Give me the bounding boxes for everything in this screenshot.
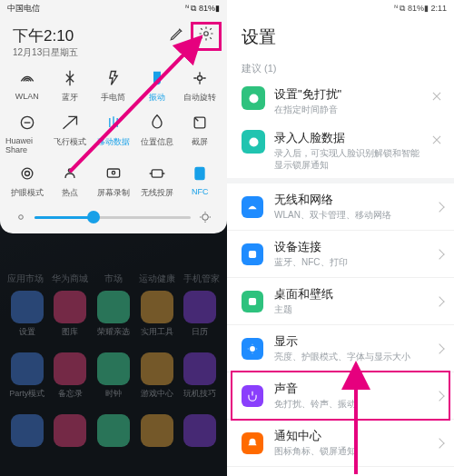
app-icon[interactable] xyxy=(94,414,133,450)
qs-label: 护眼模式 xyxy=(11,187,44,199)
chevron-right-icon xyxy=(434,438,444,448)
row-icon xyxy=(242,385,263,407)
app-icon[interactable]: Party模式 xyxy=(7,352,47,400)
row-sub: 亮度、护眼模式、字体与显示大小 xyxy=(274,351,425,363)
qs-tile-自动旋转[interactable]: 自动旋转 xyxy=(178,68,222,104)
app-icon[interactable]: 图库 xyxy=(50,291,90,338)
app-icon[interactable]: 游戏中心 xyxy=(137,352,177,400)
row-icon xyxy=(242,432,263,454)
qs-label: Huawei Share xyxy=(5,136,49,154)
qs-label: NFC xyxy=(192,187,209,196)
qs-icon xyxy=(17,68,37,88)
qs-tile-蓝牙[interactable]: 蓝牙 xyxy=(49,68,93,104)
app-icon[interactable] xyxy=(180,414,220,450)
page-title: 设置 xyxy=(227,16,454,56)
suggestion-row[interactable]: 设置"免打扰"在指定时间静音 xyxy=(227,79,454,123)
app-icon[interactable]: 荣耀亲选 xyxy=(94,291,133,338)
edit-icon[interactable] xyxy=(169,25,185,42)
qs-tile-飞行模式[interactable]: 飞行模式 xyxy=(49,113,93,154)
settings-row-设备连接[interactable]: 设备连接蓝牙、NFC、打印 xyxy=(227,231,454,278)
qs-tile-振动[interactable]: 振动 xyxy=(135,68,179,104)
svg-point-12 xyxy=(202,214,209,221)
brightness-slider[interactable] xyxy=(5,203,222,224)
app-icon[interactable] xyxy=(7,414,47,450)
qs-tile-WLAN[interactable]: WLAN xyxy=(5,68,49,104)
qs-tile-热点[interactable]: 热点 xyxy=(49,164,93,199)
settings-row-桌面和壁纸[interactable]: 桌面和壁纸主题 xyxy=(227,278,454,325)
home-tab: 应用市场 xyxy=(5,273,45,285)
suggestion-icon xyxy=(242,86,265,110)
qs-icon xyxy=(104,68,123,88)
qs-label: 屏幕录制 xyxy=(97,187,130,199)
row-title: 声音 xyxy=(274,381,425,397)
settings-row-通知中心[interactable]: 通知中心图标角标、锁屏通知 xyxy=(227,420,454,467)
brightness-low-icon xyxy=(15,211,27,223)
settings-row-显示[interactable]: 显示亮度、护眼模式、字体与显示大小 xyxy=(227,325,454,372)
status-bar: 中国电信 ᴺ ⧉ 81%▮ xyxy=(0,0,227,16)
settings-row-声音[interactable]: 声音免打扰、铃声、振动 xyxy=(227,372,454,420)
qs-label: 位置信息 xyxy=(141,136,173,148)
qs-icon xyxy=(190,164,210,183)
panel-date: 12月13日星期五 xyxy=(13,46,78,59)
qs-tile-护眼模式[interactable]: 护眼模式 xyxy=(5,164,49,199)
row-title: 桌面和壁纸 xyxy=(274,286,425,302)
status-indicators: ᴺ ⧉ 81%▮ 2:11 xyxy=(394,4,447,14)
app-icon[interactable]: 设置 xyxy=(7,291,47,338)
qs-tile-屏幕录制[interactable]: 屏幕录制 xyxy=(92,164,135,199)
svg-point-6 xyxy=(69,169,72,172)
svg-rect-10 xyxy=(195,167,204,179)
qs-tile-手电筒[interactable]: 手电筒 xyxy=(92,68,135,104)
svg-point-14 xyxy=(249,94,258,103)
home-tab: 市场 xyxy=(94,273,133,285)
qs-tile-移动数据[interactable]: 移动数据 xyxy=(92,113,135,154)
qs-icon xyxy=(147,164,167,183)
app-icon[interactable]: 实用工具 xyxy=(137,291,177,338)
chevron-right-icon xyxy=(434,391,444,401)
qs-icon xyxy=(104,164,123,183)
row-title: 设备连接 xyxy=(274,239,425,255)
svg-point-15 xyxy=(249,137,258,146)
app-icon[interactable] xyxy=(50,414,90,450)
app-icon[interactable]: 日历 xyxy=(180,291,220,338)
suggestions-label: 建议 (1) xyxy=(227,56,454,79)
row-icon xyxy=(242,338,263,360)
row-icon xyxy=(242,196,263,218)
svg-rect-16 xyxy=(249,250,256,257)
row-sub: 主题 xyxy=(274,303,425,316)
suggestion-sub: 录入后，可实现人脸识别解锁和智能显示锁屏通知 xyxy=(274,147,421,171)
home-tab: 运动健康 xyxy=(137,273,177,285)
row-title: 通知中心 xyxy=(274,428,425,444)
qs-label: 蓝牙 xyxy=(62,92,78,104)
qs-tile-NFC[interactable]: NFC xyxy=(178,164,222,199)
status-indicators: ᴺ ⧉ 81%▮ xyxy=(185,4,220,14)
qs-tile-Huawei Share[interactable]: Huawei Share xyxy=(5,113,49,154)
qs-tile-截屏[interactable]: 截屏 xyxy=(178,113,222,154)
home-tab: 手机管家 xyxy=(182,273,222,285)
close-icon[interactable] xyxy=(430,90,443,103)
qs-label: 无线投屏 xyxy=(141,187,173,199)
annotation-box-settings xyxy=(191,22,222,51)
settings-row-应用[interactable]: 应用权限管理、默认应用、应用分身 xyxy=(227,467,454,476)
panel-time: 下午2:10 xyxy=(13,25,78,46)
qs-label: 移动数据 xyxy=(97,136,130,148)
qs-icon xyxy=(147,68,167,88)
app-icon[interactable]: 玩机技巧 xyxy=(180,352,220,400)
suggestion-icon xyxy=(242,130,265,154)
auto-brightness-icon[interactable] xyxy=(198,210,212,224)
app-icon[interactable]: 时钟 xyxy=(94,352,133,400)
qs-label: 振动 xyxy=(149,92,165,104)
row-icon xyxy=(242,243,263,265)
qs-label: WLAN xyxy=(15,92,39,101)
app-icon[interactable] xyxy=(137,414,177,450)
svg-point-5 xyxy=(25,172,29,176)
status-bar: ᴺ ⧉ 81%▮ 2:11 xyxy=(227,0,454,16)
suggestion-sub: 在指定时间静音 xyxy=(274,104,421,115)
settings-row-无线和网络[interactable]: 无线和网络WLAN、双卡管理、移动网络 xyxy=(227,183,454,231)
qs-label: 热点 xyxy=(62,187,78,199)
app-icon[interactable]: 备忘录 xyxy=(50,352,90,400)
suggestion-row[interactable]: 录入人脸数据录入后，可实现人脸识别解锁和智能显示锁屏通知 xyxy=(227,123,454,178)
qs-tile-无线投屏[interactable]: 无线投屏 xyxy=(135,164,179,199)
close-icon[interactable] xyxy=(430,134,443,146)
qs-tile-位置信息[interactable]: 位置信息 xyxy=(135,113,179,154)
suggestion-title: 录入人脸数据 xyxy=(274,130,421,146)
